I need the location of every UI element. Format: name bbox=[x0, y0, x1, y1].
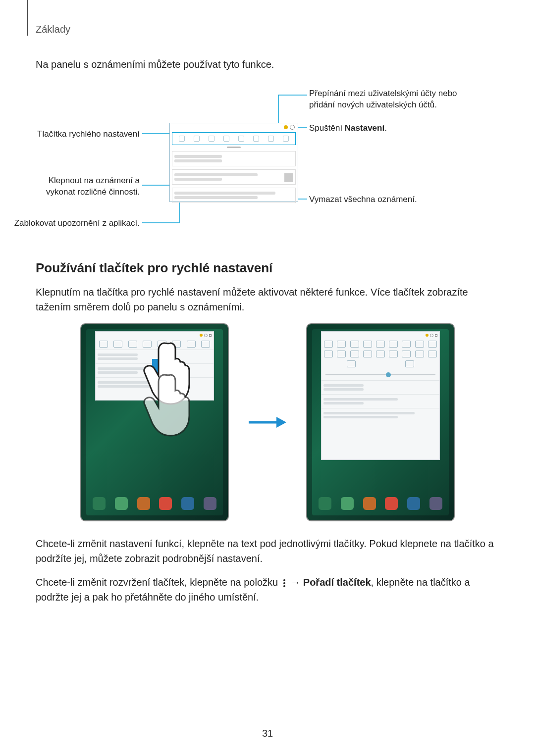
callout-launch-settings: Spuštění Nastavení. bbox=[309, 123, 458, 134]
body-text: → bbox=[288, 577, 303, 588]
notification-item bbox=[172, 169, 296, 185]
header-rule bbox=[27, 0, 28, 36]
callout-text: Spuštění bbox=[309, 123, 345, 133]
callout-tap-notification: Klepnout na oznámení a vykonat rozličné … bbox=[21, 175, 140, 198]
page-number: 31 bbox=[0, 728, 535, 739]
more-options-icon bbox=[281, 578, 288, 588]
section-header: Základy bbox=[36, 24, 499, 35]
callout-quick-settings: Tlačítka rychlého nastavení bbox=[36, 129, 140, 140]
callout-text: . bbox=[384, 123, 387, 133]
tablet-after bbox=[306, 323, 455, 521]
brightness-slider bbox=[325, 372, 435, 377]
body-bold: Pořadí tlačítek bbox=[303, 577, 371, 588]
notification-panel-mock bbox=[169, 123, 298, 202]
user-switch-icon bbox=[284, 125, 288, 129]
section-heading: Používání tlačítek pro rychlé nastavení bbox=[36, 260, 499, 276]
arrow-right-icon bbox=[248, 415, 287, 430]
body-text: Chcete-li změnit rozvržení tlačítek, kle… bbox=[36, 577, 281, 588]
body-paragraph: Chcete-li změnit rozvržení tlačítek, kle… bbox=[36, 575, 499, 605]
body-paragraph: Klepnutím na tlačítka pro rychlé nastave… bbox=[36, 285, 499, 314]
tablet-before bbox=[80, 323, 229, 521]
tablet-illustrations bbox=[36, 323, 499, 521]
swipe-down-arrow-icon bbox=[150, 359, 160, 395]
body-paragraph: Chcete-li změnit nastavení funkcí, klepn… bbox=[36, 536, 499, 566]
svg-marker-5 bbox=[276, 417, 286, 428]
notification-item bbox=[172, 188, 296, 203]
callout-block-app: Zablokovat upozornění z aplikací. bbox=[11, 218, 140, 229]
intro-text: Na panelu s oznámeními můžete používat t… bbox=[36, 59, 499, 70]
notification-item bbox=[172, 151, 296, 166]
quick-settings-row bbox=[172, 132, 296, 145]
callout-switch-users: Přepínání mezi uživatelskými účty nebo p… bbox=[309, 88, 473, 111]
callout-clear-all: Vymazat všechna oznámení. bbox=[309, 194, 458, 205]
gear-icon bbox=[290, 125, 295, 130]
callout-bold: Nastavení bbox=[345, 123, 384, 133]
notification-panel-diagram: Tlačítka rychlého nastavení Klepnout na … bbox=[36, 88, 501, 237]
